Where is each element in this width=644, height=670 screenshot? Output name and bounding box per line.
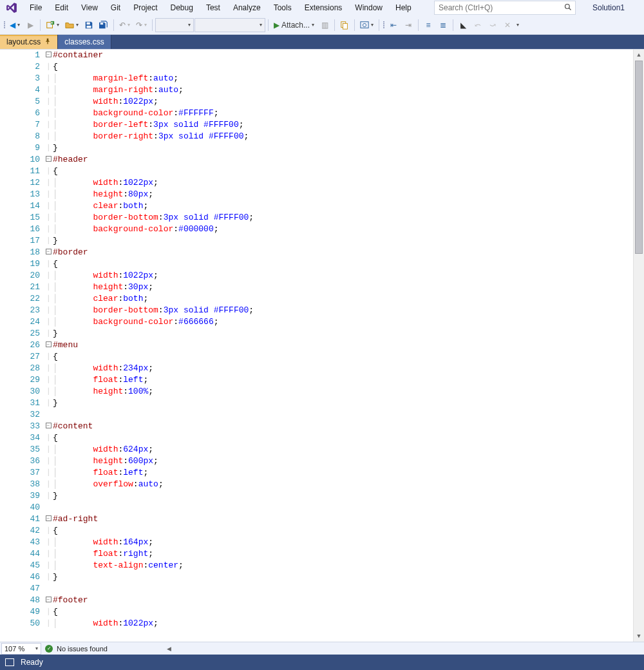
menu-test[interactable]: Test xyxy=(200,1,227,14)
save-all-button[interactable] xyxy=(97,18,111,32)
new-project-button[interactable]: ▾ xyxy=(43,18,62,32)
open-file-button[interactable]: ▾ xyxy=(62,18,81,32)
save-button[interactable] xyxy=(82,18,96,32)
toolbar-separator xyxy=(418,19,419,31)
undo-button[interactable]: ↶▾ xyxy=(117,18,133,32)
margin-indicator xyxy=(0,50,9,642)
solution-platform-dropdown[interactable]: ▾ xyxy=(194,18,265,32)
toolbar-overflow-icon[interactable]: ▾ xyxy=(515,22,520,28)
svg-rect-5 xyxy=(87,25,91,28)
line-number-gutter[interactable]: 1234567891011121314151617181920212223242… xyxy=(9,50,44,642)
pin-icon[interactable] xyxy=(44,38,51,46)
code-text[interactable]: #container{│ margin-left:auto;│ margin-r… xyxy=(53,50,633,642)
menu-edit[interactable]: Edit xyxy=(48,1,75,14)
menu-debug[interactable]: Debug xyxy=(164,1,200,14)
svg-line-1 xyxy=(569,8,571,10)
code-viewport[interactable]: 1234567891011121314151617181920212223242… xyxy=(0,50,644,642)
nav-back-button[interactable]: ◀▾ xyxy=(7,18,23,32)
indent-more-button[interactable]: ⇥ xyxy=(401,18,415,32)
find-in-files-button[interactable] xyxy=(337,18,352,32)
toolbar-separator xyxy=(40,19,41,31)
menu-view[interactable]: View xyxy=(75,1,104,14)
search-input[interactable] xyxy=(439,3,562,12)
menu-extensions[interactable]: Extensions xyxy=(298,1,349,14)
svg-point-0 xyxy=(565,4,569,8)
indent-less-button[interactable]: ⇤ xyxy=(386,18,401,32)
clear-bookmarks-button[interactable]: ✕ xyxy=(500,18,515,32)
nav-forward-button[interactable]: ▶ xyxy=(23,18,37,32)
menu-git[interactable]: Git xyxy=(104,1,127,14)
debug-target-button[interactable]: ▥ xyxy=(317,18,332,32)
svg-rect-4 xyxy=(87,22,90,24)
start-debug-button[interactable]: ▶ Attach... ▾ xyxy=(271,18,317,32)
menu-help[interactable]: Help xyxy=(389,1,418,14)
comment-button[interactable]: ≡ xyxy=(421,18,435,32)
outlining-margin[interactable]: −││││││││−│││││││−│││││││−│││││−││││││−│… xyxy=(44,50,53,642)
solution-config-dropdown[interactable]: ▾ xyxy=(155,18,194,32)
document-tab-strip: layout.cssclasses.css xyxy=(0,35,644,49)
play-icon: ▶ xyxy=(274,21,279,30)
toolbar-separator xyxy=(354,19,355,31)
toolbar-separator xyxy=(334,19,335,31)
svg-rect-8 xyxy=(343,23,347,29)
status-bar: Ready xyxy=(0,655,644,670)
menu-tools[interactable]: Tools xyxy=(267,1,298,14)
toolbar-separator xyxy=(113,19,114,31)
uncomment-button[interactable]: ≣ xyxy=(436,18,450,32)
vs-logo-icon[interactable] xyxy=(3,1,21,14)
chevron-down-icon: ▾ xyxy=(35,646,38,651)
quick-launch-search[interactable] xyxy=(434,1,576,15)
toolbar-grip-icon[interactable] xyxy=(383,21,384,28)
status-text: Ready xyxy=(21,658,43,667)
code-editor: 1234567891011121314151617181920212223242… xyxy=(0,49,644,655)
window-layout-icon[interactable] xyxy=(5,658,14,666)
toolbar-separator xyxy=(152,19,153,31)
editor-status-strip: 107 % ▾ ✓ No issues found ◀ xyxy=(0,642,644,655)
issues-text[interactable]: No issues found xyxy=(57,645,108,653)
scroll-left-icon[interactable]: ◀ xyxy=(163,646,175,652)
vertical-scrollbar[interactable]: ▲ ▼ xyxy=(633,50,644,642)
tab-label: layout.css xyxy=(6,37,41,46)
zoom-value: 107 % xyxy=(5,645,24,653)
toolbar-grip-icon[interactable] xyxy=(4,21,5,28)
menu-bar: FileEditViewGitProjectDebugTestAnalyzeTo… xyxy=(0,0,644,15)
search-icon[interactable] xyxy=(562,3,574,13)
menu-file[interactable]: File xyxy=(23,1,48,14)
menu-analyze[interactable]: Analyze xyxy=(227,1,267,14)
standard-toolbar: ◀▾ ▶ ▾ ▾ ↶▾ ↷▾ ▾ ▾ ▶ Attach... ▾ ▥ ▾ ⇤ ⇥… xyxy=(0,15,644,35)
toolbar-separator xyxy=(453,19,453,31)
scroll-up-icon[interactable]: ▲ xyxy=(634,50,644,61)
attach-label: Attach... xyxy=(281,21,310,30)
toolbar-separator xyxy=(268,19,269,31)
bookmark-button[interactable]: ◣ xyxy=(456,18,470,32)
solution-name[interactable]: Solution1 xyxy=(587,1,630,14)
redo-button[interactable]: ↷▾ xyxy=(133,18,149,32)
menu-window[interactable]: Window xyxy=(348,1,389,14)
scrollbar-thumb[interactable] xyxy=(635,61,643,254)
svg-rect-6 xyxy=(100,23,103,24)
zoom-dropdown[interactable]: 107 % ▾ xyxy=(1,643,41,655)
prev-bookmark-button[interactable]: ⤺ xyxy=(471,18,485,32)
tab-layout-css[interactable]: layout.css xyxy=(0,35,58,49)
menu-project[interactable]: Project xyxy=(127,1,164,14)
scroll-down-icon[interactable]: ▼ xyxy=(634,631,644,642)
toolbar-separator xyxy=(379,19,379,31)
next-bookmark-button[interactable]: ⤻ xyxy=(486,18,500,32)
svg-point-10 xyxy=(363,23,366,26)
tab-label: classes.css xyxy=(64,37,104,46)
issues-ok-icon[interactable]: ✓ xyxy=(45,645,53,653)
tab-classes-css[interactable]: classes.css xyxy=(58,35,111,49)
browser-link-button[interactable]: ▾ xyxy=(357,18,376,32)
svg-rect-11 xyxy=(48,42,48,44)
